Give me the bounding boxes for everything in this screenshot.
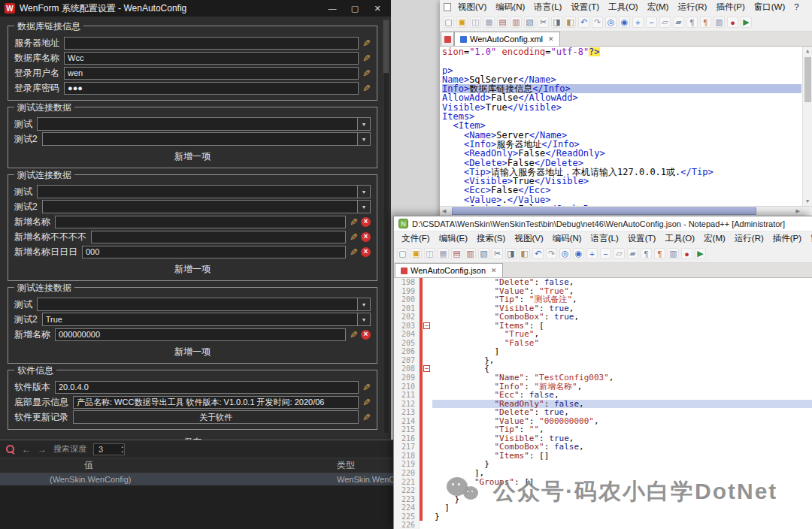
menu-item-view[interactable]: 视图(V): [510, 232, 547, 245]
edit-pencil-icon[interactable]: ✎: [362, 382, 371, 393]
maximize-button[interactable]: ▢: [346, 4, 364, 14]
fold-margin[interactable]: [423, 469, 432, 478]
fold-margin[interactable]: [423, 408, 432, 417]
edit-pencil-icon[interactable]: ✎: [362, 397, 371, 408]
fold-margin[interactable]: [423, 503, 432, 512]
fold-margin[interactable]: [423, 434, 432, 443]
scroll-left-icon[interactable]: ◀: [442, 208, 446, 214]
scrollbar-thumb[interactable]: [452, 207, 756, 215]
fold-margin[interactable]: [423, 391, 432, 400]
sync-scroll-h-icon[interactable]: ▰: [673, 17, 684, 28]
fold-margin[interactable]: [423, 495, 432, 504]
dropdown[interactable]: ▼: [37, 298, 371, 311]
tab-partial[interactable]: [441, 32, 454, 46]
scroll-right-icon[interactable]: ▶: [796, 208, 800, 214]
close-doc-icon[interactable]: ▤: [451, 248, 462, 259]
menu-item-settings[interactable]: 设置(T): [566, 1, 604, 14]
redo-icon[interactable]: ↷: [546, 248, 557, 259]
word-wrap-icon[interactable]: ¶: [686, 17, 698, 28]
text-input[interactable]: 20.0.4.0: [55, 381, 359, 394]
scrollbar-thumb[interactable]: [804, 57, 811, 102]
fold-margin[interactable]: [423, 478, 432, 487]
search-depth-stepper[interactable]: 3 ▴▾: [93, 443, 125, 455]
sync-scroll-h-icon[interactable]: ▰: [627, 248, 638, 259]
menu-item-run[interactable]: 运行(R): [673, 1, 711, 14]
menu-item-language[interactable]: 语言(L): [586, 232, 623, 245]
close-button[interactable]: ✕: [368, 4, 386, 14]
fold-margin[interactable]: [423, 443, 432, 452]
copy-icon[interactable]: ◨: [551, 17, 562, 28]
add-item-button[interactable]: 新增一项: [14, 262, 371, 276]
dropdown-arrow-icon[interactable]: ▼: [357, 313, 370, 325]
open-folder-icon[interactable]: ▣: [456, 17, 468, 28]
dropdown-arrow-icon[interactable]: ▼: [357, 118, 370, 130]
open-folder-icon[interactable]: ▣: [411, 248, 422, 259]
fold-margin[interactable]: [423, 512, 432, 521]
menu-item-tools[interactable]: 工具(O): [660, 232, 699, 245]
fold-margin[interactable]: [423, 339, 432, 348]
menu-item-run[interactable]: 运行(R): [730, 232, 768, 245]
paste-icon[interactable]: ◧: [565, 17, 576, 28]
add-item-button[interactable]: 新增一项: [14, 150, 371, 163]
new-file-icon[interactable]: ▢: [443, 17, 454, 28]
xml-horizontal-scrollbar[interactable]: ◀ ▶: [440, 206, 812, 216]
find-icon[interactable]: ◎: [605, 17, 617, 28]
play-macro-icon[interactable]: ▶: [741, 17, 752, 28]
search-icon[interactable]: [6, 445, 15, 454]
delete-item-icon[interactable]: ×: [361, 330, 371, 340]
json-titlebar[interactable]: N D:\CSDATA\WenSkin\WenSkinTest\bin\Debu…: [394, 216, 812, 231]
edit-pencil-icon[interactable]: ✎: [362, 38, 371, 49]
menu-item-encoding[interactable]: 编码(N): [548, 232, 586, 245]
menu-item-encoding[interactable]: 编码(N): [491, 1, 529, 14]
menu-item-plugins[interactable]: 插件(P): [711, 1, 749, 14]
word-wrap-icon[interactable]: ¶: [641, 248, 652, 259]
menu-item-search[interactable]: 搜索(S): [472, 232, 510, 245]
text-input[interactable]: ●●●: [64, 82, 359, 95]
menu-item-file[interactable]: 文件(F): [397, 232, 435, 245]
fold-margin[interactable]: −: [423, 364, 432, 373]
text-input[interactable]: [55, 216, 346, 228]
fold-margin[interactable]: [423, 356, 432, 365]
undo-icon[interactable]: ↶: [578, 17, 589, 28]
sync-scroll-v-icon[interactable]: ▱: [614, 248, 625, 259]
inspector-row[interactable]: (WenSkin.WenConfig) WenSkin.WenConfi: [0, 473, 393, 485]
left-app-titlebar[interactable]: W WenForm 系统配置设置 - WenAutoConfig — ▢ ✕: [0, 0, 391, 17]
delete-item-icon[interactable]: ×: [361, 217, 371, 227]
new-file-icon[interactable]: ▢: [397, 248, 408, 259]
menu-item-view[interactable]: 视图(V): [453, 1, 491, 14]
tab-wenautoconfig-xml[interactable]: WenAutoConfig.xml✕: [454, 32, 560, 46]
edit-pencil-icon[interactable]: ✎: [362, 83, 371, 94]
fold-collapse-icon[interactable]: −: [423, 322, 430, 329]
dropdown[interactable]: ▼: [42, 200, 371, 213]
zoom-in-icon[interactable]: +: [632, 17, 644, 28]
menu-item-macro[interactable]: 宏(M): [699, 232, 730, 245]
save-icon[interactable]: ◫: [424, 248, 435, 259]
xml-editor[interactable]: sion="1.0" encoding="utf-8"?>p>Name>SqlS…: [440, 47, 812, 206]
menu-item-macro[interactable]: 宏(M): [643, 1, 674, 14]
zoom-in-icon[interactable]: +: [586, 248, 598, 259]
edit-pencil-icon[interactable]: ✎: [362, 53, 371, 64]
fold-margin[interactable]: [423, 460, 432, 469]
fold-margin[interactable]: [423, 287, 432, 296]
indent-guide-icon[interactable]: ▥: [714, 17, 725, 28]
redo-icon[interactable]: ↷: [592, 17, 603, 28]
close-all-icon[interactable]: ▥: [465, 248, 476, 259]
dropdown[interactable]: ▼: [37, 117, 371, 131]
text-input[interactable]: Wcc: [64, 52, 359, 65]
left-app-scrollbar[interactable]: [383, 20, 389, 434]
back-arrow-icon[interactable]: ←: [22, 444, 31, 455]
zoom-out-icon[interactable]: −: [646, 17, 657, 28]
scrollbar-thumb[interactable]: [383, 20, 389, 73]
menu-item-settings[interactable]: 设置(T): [623, 232, 661, 245]
replace-icon[interactable]: ◉: [619, 17, 630, 28]
menu-item-help[interactable]: ?: [789, 2, 803, 12]
dropdown-arrow-icon[interactable]: ▼: [357, 133, 370, 145]
menu-item-language[interactable]: 语言(L): [529, 1, 566, 14]
text-input[interactable]: wen: [64, 67, 359, 80]
edit-pencil-icon[interactable]: ✎: [350, 216, 358, 228]
text-input[interactable]: 产品名称: WCC数据导出工具 软件版本: V1.0.0.1 开发时间: 202…: [73, 396, 359, 409]
cut-icon[interactable]: ✂: [538, 17, 549, 28]
fold-margin[interactable]: [423, 313, 432, 322]
zoom-out-icon[interactable]: −: [600, 248, 611, 259]
fold-margin[interactable]: [423, 400, 432, 409]
